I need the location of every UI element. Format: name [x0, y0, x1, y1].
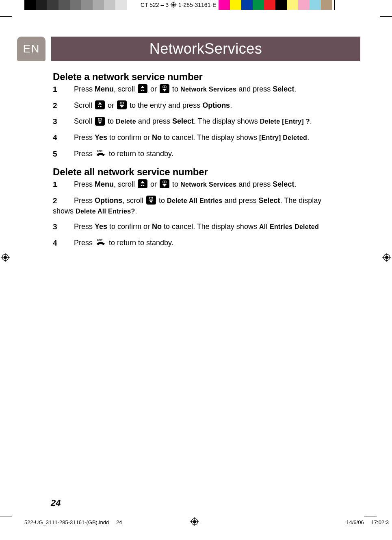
step-text: Scroll or to the entry and press Options…: [74, 100, 362, 111]
svg-point-23: [98, 106, 100, 107]
end-call-icon: EXIT: [95, 149, 106, 158]
step-number: 1: [53, 84, 74, 95]
step-number: 3: [53, 116, 74, 127]
svg-marker-16: [141, 86, 145, 88]
doc-code-right: 1-285-31161-E: [178, 2, 216, 8]
footer-file: 522-UG_3111-285-31161-(GB).indd: [24, 519, 109, 525]
step-text: Press Menu, scroll or to Network Service…: [74, 84, 362, 95]
language-tab: EN: [17, 37, 45, 61]
step-row: 5 Press EXIT to return to standby.: [53, 149, 362, 159]
crop-mark: [364, 516, 377, 516]
color-swatches: [219, 0, 332, 10]
nav-up-icon: [95, 100, 105, 109]
tick-mark: [334, 0, 335, 10]
step-text: Scroll to Delete and press Select. The d…: [74, 116, 362, 127]
step-number: 5: [53, 149, 74, 159]
svg-text:EXIT: EXIT: [97, 239, 103, 241]
step-list: 1 Press Menu, scroll or to Network Servi…: [53, 84, 362, 159]
registration-mark-icon: [170, 2, 177, 8]
nav-up-icon: [138, 179, 147, 188]
step-row: 3 Press Yes to confirm or No to cancel. …: [53, 222, 362, 232]
step-text: Press EXIT to return to standby.: [74, 149, 362, 159]
crop-mark: [0, 516, 12, 516]
nav-down-icon: [117, 100, 127, 109]
nav-down-icon: [95, 117, 105, 126]
svg-marker-18: [143, 89, 145, 91]
step-text: Press Options, scroll to Delete All Entr…: [74, 196, 362, 216]
crop-mark: [380, 16, 392, 17]
step-row: 2 Press Options, scroll to Delete All En…: [53, 196, 362, 216]
nav-down-icon: [160, 84, 169, 93]
step-text: Press EXIT to return to standby.: [74, 238, 362, 248]
print-color-bar: CT 522 – 3 1-285-31161-E: [24, 0, 362, 10]
svg-point-33: [141, 185, 142, 186]
step-row: 4 Press EXIT to return to standby.: [53, 238, 362, 248]
print-footer: 522-UG_3111-285-31161-(GB).indd 24 14/6/…: [24, 519, 389, 525]
page-content: Delete a network service number 1 Press …: [53, 71, 362, 256]
svg-marker-40: [149, 200, 153, 203]
registration-mark-icon: [382, 253, 391, 262]
nav-down-icon: [146, 196, 156, 205]
step-row: 3 Scroll to Delete and press Select. The…: [53, 116, 362, 127]
step-number: 2: [53, 100, 74, 111]
nav-down-icon: [160, 179, 169, 188]
svg-marker-27: [120, 105, 124, 108]
page-title: Network Services: [51, 37, 360, 61]
step-number: 3: [53, 222, 74, 232]
footer-date: 14/6/06: [346, 519, 364, 525]
step-number: 1: [53, 179, 74, 190]
svg-marker-32: [141, 181, 145, 183]
footer-time: 17:02:3: [371, 519, 389, 525]
svg-point-17: [141, 90, 142, 91]
svg-marker-22: [98, 102, 102, 105]
section-heading: Delete a network service number: [53, 71, 362, 83]
step-number: 4: [53, 238, 74, 248]
title-part-b: Services: [204, 40, 262, 57]
svg-marker-21: [162, 89, 167, 91]
document-code: CT 522 – 3 1-285-31161-E: [138, 0, 219, 10]
step-text: Press Menu, scroll or to Network Service…: [74, 179, 362, 190]
step-row: 1 Press Menu, scroll or to Network Servi…: [53, 84, 362, 95]
crop-mark: [0, 16, 12, 17]
doc-code-left: CT 522 – 3: [141, 2, 169, 8]
section-heading: Delete all network service number: [53, 166, 362, 178]
step-row: 2 Scroll or to the entry and press Optio…: [53, 100, 362, 111]
page-number: 24: [51, 498, 61, 508]
title-part-a: Network: [149, 40, 205, 57]
svg-marker-37: [162, 184, 167, 187]
step-list: 1 Press Menu, scroll or to Network Servi…: [53, 179, 362, 248]
footer-page: 24: [116, 519, 122, 525]
step-row: 4 Press Yes to confirm or No to cancel. …: [53, 133, 362, 143]
step-text: Press Yes to confirm or No to cancel. Th…: [74, 222, 362, 232]
step-number: 4: [53, 133, 74, 143]
grayscale-swatches: [24, 0, 138, 10]
step-text-cont: shows Delete All Entries?.: [53, 206, 362, 216]
page-header: EN Network Services: [17, 37, 360, 62]
step-row: 1 Press Menu, scroll or to Network Servi…: [53, 179, 362, 190]
svg-marker-34: [143, 185, 145, 186]
nav-up-icon: [138, 84, 147, 93]
step-text: Press Yes to confirm or No to cancel. Th…: [74, 133, 362, 143]
end-call-icon: EXIT: [95, 238, 106, 247]
svg-text:EXIT: EXIT: [97, 150, 103, 152]
svg-marker-24: [100, 106, 102, 107]
registration-mark-icon: [1, 253, 10, 262]
svg-marker-30: [98, 122, 102, 124]
